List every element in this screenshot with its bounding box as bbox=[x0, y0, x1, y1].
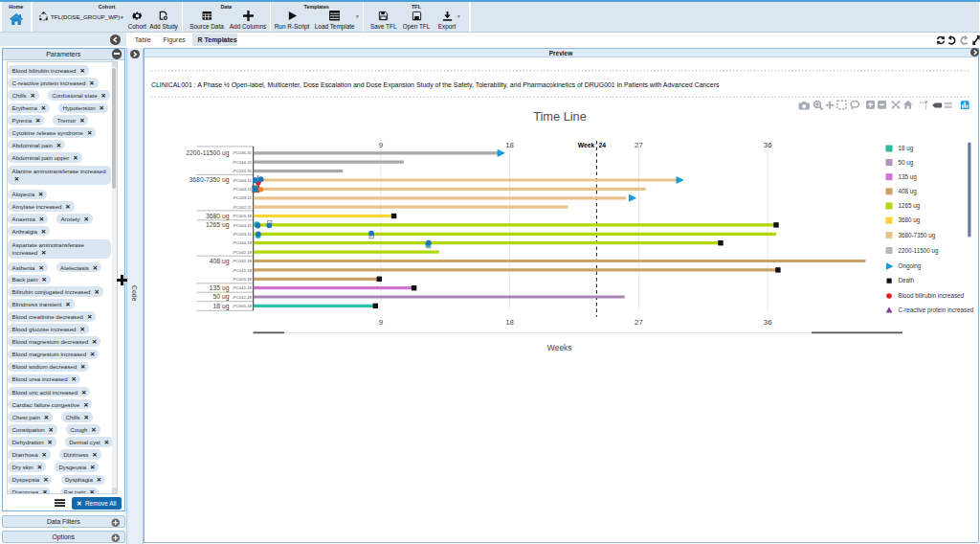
svg-text:Ongoing: Ongoing bbox=[899, 262, 922, 270]
svg-text:Death: Death bbox=[899, 277, 915, 283]
svg-text:18 ug: 18 ug bbox=[899, 145, 914, 152]
svg-text:36: 36 bbox=[764, 141, 772, 149]
svg-text:36: 36 bbox=[764, 318, 772, 327]
svg-text:2200-11500 ug: 2200-11500 ug bbox=[186, 149, 229, 157]
svg-text:27: 27 bbox=[635, 141, 643, 149]
svg-text:18: 18 bbox=[505, 318, 514, 327]
svg-text:-PC032-18: -PC032-18 bbox=[232, 259, 252, 263]
svg-text:3680 ug: 3680 ug bbox=[206, 213, 230, 220]
svg-text:Weeks: Weeks bbox=[547, 343, 572, 352]
svg-text:1265 ug: 1265 ug bbox=[899, 202, 921, 210]
svg-text:3680-7350 ug: 3680-7350 ug bbox=[899, 232, 936, 239]
svg-text:-PC033-11: -PC033-11 bbox=[233, 195, 253, 200]
svg-text:-PC044-11: -PC044-11 bbox=[233, 223, 253, 228]
svg-text:50 ug: 50 ug bbox=[212, 293, 229, 301]
svg-text:408 ug: 408 ug bbox=[899, 188, 918, 195]
svg-text:-PC003-18: -PC003-18 bbox=[232, 214, 252, 218]
svg-text:-PC042-18: -PC042-18 bbox=[232, 250, 252, 255]
svg-text:C-reactive protein increased: C-reactive protein increased bbox=[899, 306, 974, 314]
svg-text:135 ug: 135 ug bbox=[899, 173, 918, 181]
svg-text:24: 24 bbox=[599, 142, 607, 148]
svg-text:9: 9 bbox=[379, 141, 383, 149]
svg-text:-PC032-18: -PC032-18 bbox=[232, 295, 252, 300]
svg-text:-PC005-18: -PC005-18 bbox=[232, 304, 252, 308]
svg-text:-PC044-11: -PC044-11 bbox=[233, 178, 253, 183]
svg-text:18: 18 bbox=[505, 141, 514, 149]
svg-text:-PC036-31: -PC036-31 bbox=[232, 150, 252, 155]
svg-text:-PC044-18: -PC044-18 bbox=[232, 240, 252, 245]
svg-text:27: 27 bbox=[635, 318, 643, 327]
svg-text:Week: Week bbox=[578, 142, 595, 148]
svg-text:3680 ug: 3680 ug bbox=[899, 216, 921, 224]
svg-text:18 ug: 18 ug bbox=[212, 303, 229, 310]
svg-text:-PC033-31: -PC033-31 bbox=[232, 169, 252, 173]
svg-text:-PC033-11: -PC033-11 bbox=[233, 232, 253, 237]
svg-text:1265 ug: 1265 ug bbox=[206, 221, 230, 229]
svg-text:2200-11500 ug: 2200-11500 ug bbox=[899, 247, 939, 255]
svg-text:408 ug: 408 ug bbox=[210, 258, 230, 265]
svg-text:-PC032-11: -PC032-11 bbox=[233, 205, 253, 210]
svg-text:-PC003-18: -PC003-18 bbox=[232, 277, 252, 282]
svg-text:-PC044-31: -PC044-31 bbox=[232, 160, 252, 165]
svg-text:-PC042-18: -PC042-18 bbox=[232, 285, 252, 290]
svg-text:135 ug: 135 ug bbox=[210, 284, 230, 292]
svg-text:3680-7350 ug: 3680-7350 ug bbox=[189, 176, 230, 184]
svg-text:CLINICAL001 : A Phase ½ Open-l: CLINICAL001 : A Phase ½ Open-label, Mult… bbox=[151, 81, 720, 89]
svg-text:-PC042-18: -PC042-18 bbox=[232, 268, 252, 273]
svg-text:50 ug: 50 ug bbox=[899, 159, 914, 167]
svg-text:9: 9 bbox=[379, 318, 383, 327]
svg-text:-PC044-11: -PC044-11 bbox=[233, 187, 253, 192]
svg-text:Blood bilirubin increased: Blood bilirubin increased bbox=[899, 292, 965, 299]
svg-text:Time Line: Time Line bbox=[533, 109, 587, 124]
